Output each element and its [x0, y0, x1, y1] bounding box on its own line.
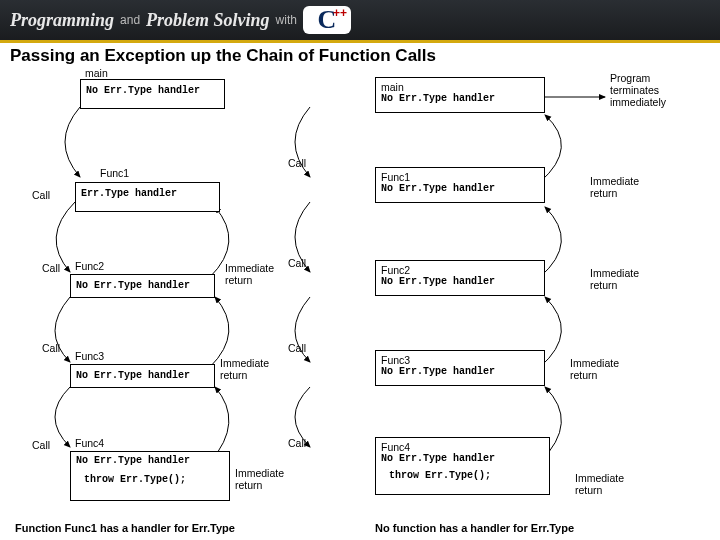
right-main-label: main [381, 81, 539, 93]
header-bar: Programming and Problem Solving with C +… [0, 0, 720, 40]
right-imm-2: Immediate return [590, 267, 639, 291]
header-problem-solving: Problem Solving [146, 10, 270, 31]
right-imm-1: Immediate return [590, 175, 639, 199]
right-func4-text: No Err.Type handler [381, 453, 544, 464]
right-func3-label: Func3 [381, 354, 539, 366]
right-func4-label: Func4 [381, 441, 544, 453]
mid-call-3: Call [288, 342, 306, 354]
cpp-plus-plus: ++ [333, 6, 347, 20]
right-imm-4: Immediate return [575, 472, 624, 496]
right-caption: No function has a handler for Err.Type [375, 522, 574, 534]
left-throw: throw Err.Type(); [76, 474, 224, 485]
left-func4-label: Func4 [75, 437, 104, 449]
right-throw: throw Err.Type(); [381, 470, 544, 481]
left-func3-text: No Err.Type handler [76, 370, 190, 381]
left-func2-label: Func2 [75, 260, 104, 272]
left-caption: Function Func1 has a handler for Err.Typ… [15, 522, 235, 534]
left-func3-box: No Err.Type handler [70, 364, 215, 388]
diagram-canvas: main No Err.Type handler Call Func1 Err.… [0, 67, 720, 540]
right-main-text: No Err.Type handler [381, 93, 539, 104]
right-func2-box: Func2 No Err.Type handler [375, 260, 545, 296]
header-and: and [120, 13, 140, 27]
left-func2-text: No Err.Type handler [76, 280, 190, 291]
left-func2-box: No Err.Type handler [70, 274, 215, 298]
program-terminates: Program terminates immediately [610, 72, 666, 108]
left-main-box: No Err.Type handler [80, 79, 225, 109]
left-func1-label: Func1 [100, 167, 129, 179]
mid-call-2: Call [288, 257, 306, 269]
left-imm-2: Immediate return [225, 262, 274, 286]
left-func4-text: No Err.Type handler [76, 455, 224, 466]
mid-call-1: Call [288, 157, 306, 169]
left-func3-label: Func3 [75, 350, 104, 362]
right-func2-text: No Err.Type handler [381, 276, 539, 287]
left-main-text: No Err.Type handler [86, 83, 200, 95]
slide-title: Passing an Exception up the Chain of Fun… [0, 43, 720, 67]
header-programming: Programming [10, 10, 114, 31]
header-with: with [276, 13, 297, 27]
left-imm-4: Immediate return [235, 467, 284, 491]
right-imm-3: Immediate return [570, 357, 619, 381]
left-main-label: main [85, 67, 108, 79]
cpp-logo: C ++ [303, 6, 351, 34]
left-func1-text: Err.Type handler [81, 188, 177, 199]
right-func1-text: No Err.Type handler [381, 183, 539, 194]
left-func4-box: No Err.Type handler throw Err.Type(); [70, 451, 230, 501]
left-call-4: Call [32, 439, 50, 451]
right-func3-box: Func3 No Err.Type handler [375, 350, 545, 386]
left-call-3: Call [42, 342, 60, 354]
right-func1-label: Func1 [381, 171, 539, 183]
right-main-box: main No Err.Type handler [375, 77, 545, 113]
right-func3-text: No Err.Type handler [381, 366, 539, 377]
right-func1-box: Func1 No Err.Type handler [375, 167, 545, 203]
left-call-1: Call [32, 189, 50, 201]
left-func1-box: Err.Type handler [75, 182, 220, 212]
left-imm-3: Immediate return [220, 357, 269, 381]
mid-call-4: Call [288, 437, 306, 449]
right-func4-box: Func4 No Err.Type handler throw Err.Type… [375, 437, 550, 495]
right-func2-label: Func2 [381, 264, 539, 276]
left-call-2: Call [42, 262, 60, 274]
